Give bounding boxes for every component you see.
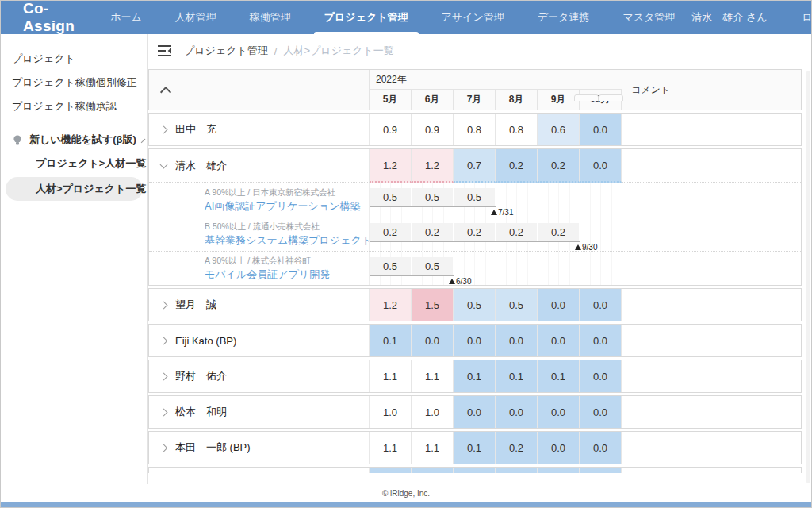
- value-cell: 0.0: [412, 325, 454, 356]
- value-cell: 0.0: [580, 432, 622, 464]
- lightbulb-icon: [12, 134, 23, 146]
- value-cell: 0.1: [538, 360, 580, 392]
- value-cell: 0.9: [370, 114, 412, 145]
- value-cell: 0.7: [454, 149, 496, 183]
- person-row[interactable]: 田中 充 0.9 0.9 0.8 0.8 0.6 0.0: [148, 113, 802, 146]
- sidebar-item-project[interactable]: プロジェクト: [1, 47, 147, 71]
- comment-cell: [622, 396, 801, 428]
- nav-item-jinzai[interactable]: 人材管理: [159, 1, 233, 34]
- value-cell: 1.5: [412, 289, 454, 321]
- nav-item-kadou[interactable]: 稼働管理: [233, 1, 308, 34]
- gantt-area: 0.5 0.5 0.5 7/31: [370, 183, 622, 217]
- value-cell: 1.0: [370, 396, 412, 428]
- user-name: 清水 雄介 さん: [691, 10, 767, 25]
- value-cell: 0.1: [496, 360, 538, 392]
- value-cell: 0.0: [580, 360, 622, 392]
- project-subrow: B 50%以上 / 流通小売株式会社 基幹業務システム構築プロジェクト 0.2 …: [149, 217, 801, 251]
- clipped-button-right[interactable]: [599, 94, 623, 101]
- collapse-caret-icon: [140, 139, 145, 144]
- value-cell: 0.1: [454, 432, 496, 464]
- person-row[interactable]: Eiji Kato (BP) 0.1 0.0 0.0 0.0 0.0 0.0: [148, 324, 802, 357]
- value-cell: 0.5: [454, 289, 496, 321]
- sidebar-beta-section[interactable]: 新しい機能を試す(β版): [1, 128, 147, 152]
- collapse-all-header[interactable]: [149, 70, 370, 110]
- value-cell: 0.0: [580, 114, 622, 145]
- person-row[interactable]: 野村 佑介 1.1 1.1 0.1 0.1 0.1 0.0: [148, 360, 802, 393]
- value-cell: 1.1: [412, 432, 454, 464]
- person-row[interactable]: 本田 一郎 (BP) 1.1 1.1 0.1 0.2 0.0 0.0: [148, 431, 802, 464]
- value-cell: 0.2: [538, 149, 580, 183]
- person-name: 本田 一郎 (BP): [175, 441, 251, 455]
- person-row[interactable]: 清水 雄介 1.2 1.2 0.7 0.2 0.2 0.0: [149, 149, 801, 183]
- person-row[interactable]: 望月 誠 1.2 1.5 0.5 0.5 0.0 0.0: [148, 288, 802, 321]
- value-cell: 0.9: [412, 114, 454, 145]
- project-subrow: A 90%以上 / 株式会社神谷町 モバイル会員証アプリ開発 0.5 0.5 6…: [149, 251, 801, 285]
- value-cell: 0.6: [538, 114, 580, 145]
- project-link[interactable]: 基幹業務システム構築プロジェクト: [205, 233, 369, 248]
- nav-item-home[interactable]: ホーム: [94, 1, 159, 34]
- table-header: 2022年 コメント 5月 6月 7月 8月 9月 10月: [148, 69, 802, 110]
- month-header: 5月: [370, 90, 412, 110]
- value-cell: 1.1: [412, 360, 454, 392]
- milestone-date: 7/31: [498, 208, 513, 217]
- milestone-date: 9/30: [582, 243, 597, 252]
- milestone-marker: 7/31: [491, 208, 513, 217]
- breadcrumb-parent[interactable]: プロジェクト管理: [184, 44, 268, 58]
- sidebar-item-shounin[interactable]: プロジェクト稼働承認: [1, 94, 147, 118]
- sidebar-toggle-icon[interactable]: [158, 45, 171, 56]
- nav-item-project[interactable]: プロジェクト管理: [308, 1, 425, 34]
- breadcrumb: プロジェクト管理 / 人材>プロジェクト一覧: [148, 34, 811, 67]
- comment-cell: [622, 360, 801, 392]
- person-row-partial[interactable]: [148, 467, 802, 473]
- sidebar-item-project-jinzai-list[interactable]: プロジェクト>人材一覧: [1, 152, 147, 175]
- value-cell: 0.0: [580, 325, 622, 356]
- value-cell: 1.2: [412, 149, 454, 183]
- nav-item-data[interactable]: データ連携: [521, 1, 607, 34]
- comment-cell: [622, 325, 801, 356]
- sidebar-item-jinzai-project-list[interactable]: 人材>プロジェクト一覧: [6, 177, 143, 201]
- project-meta: A 90%以上 / 株式会社神谷町: [205, 255, 369, 267]
- comment-cell: [622, 114, 801, 145]
- project-link[interactable]: モバイル会員証アプリ開発: [205, 267, 369, 282]
- person-name: Eiji Kato (BP): [175, 335, 236, 347]
- comment-cell: [622, 432, 801, 464]
- vertical-scrollbar[interactable]: [806, 71, 810, 483]
- person-name: 野村 佑介: [175, 369, 227, 383]
- milestone-icon: [575, 244, 581, 250]
- sidebar-item-kobetsu-shusei[interactable]: プロジェクト稼働個別修正: [1, 71, 147, 94]
- value-cell: 1.1: [370, 432, 412, 464]
- gantt-bar: 0.2 0.2 0.2 0.2 0.2: [370, 223, 580, 242]
- value-cell: 1.1: [370, 360, 412, 392]
- value-cell: 0.0: [580, 289, 622, 321]
- top-nav: Co-Assign ホーム 人材管理 稼働管理 プロジェクト管理 アサイン管理 …: [1, 1, 811, 34]
- chevron-right-icon: [160, 408, 168, 416]
- value-cell: 0.1: [370, 325, 412, 356]
- value-cell: 1.2: [370, 289, 412, 321]
- comment-cell: [622, 183, 801, 217]
- month-header: 7月: [454, 90, 496, 110]
- chevron-right-icon: [160, 125, 168, 133]
- clipped-toolbar: [574, 82, 625, 101]
- project-meta: B 50%以上 / 流通小売株式会社: [205, 221, 369, 233]
- chevron-down-icon: [160, 160, 168, 168]
- app-window: Co-Assign ホーム 人材管理 稼働管理 プロジェクト管理 アサイン管理 …: [0, 0, 812, 508]
- logout-button[interactable]: ログアウト: [802, 10, 812, 25]
- app-logo[interactable]: Co-Assign: [23, 0, 75, 35]
- milestone-marker: 9/30: [575, 243, 597, 252]
- milestone-marker: 6/30: [449, 277, 471, 286]
- chevron-up-icon: [160, 86, 171, 97]
- nav-item-master[interactable]: マスタ管理: [606, 1, 691, 34]
- project-link[interactable]: AI画像認証アプリケーション構築: [205, 198, 369, 214]
- value-cell: 0.0: [454, 396, 496, 428]
- person-row[interactable]: 松本 和明 1.0 1.0 0.0 0.0 0.0 0.0: [148, 395, 802, 429]
- sidebar: プロジェクト プロジェクト稼働個別修正 プロジェクト稼働承認 新しい機能を試す(…: [1, 34, 148, 484]
- value-cell: 0.0: [580, 149, 622, 183]
- month-header: 6月: [412, 90, 454, 110]
- value-cell: 0.0: [454, 325, 496, 356]
- clipped-button-left[interactable]: [574, 94, 599, 101]
- copyright-text: © iRidge, Inc.: [382, 489, 430, 498]
- person-row-group: 清水 雄介 1.2 1.2 0.7 0.2 0.2 0.0 A 90%以上 / …: [148, 148, 802, 286]
- value-cell: 0.0: [538, 432, 580, 464]
- person-name: 清水 雄介: [175, 159, 227, 173]
- nav-item-assign[interactable]: アサイン管理: [425, 1, 521, 34]
